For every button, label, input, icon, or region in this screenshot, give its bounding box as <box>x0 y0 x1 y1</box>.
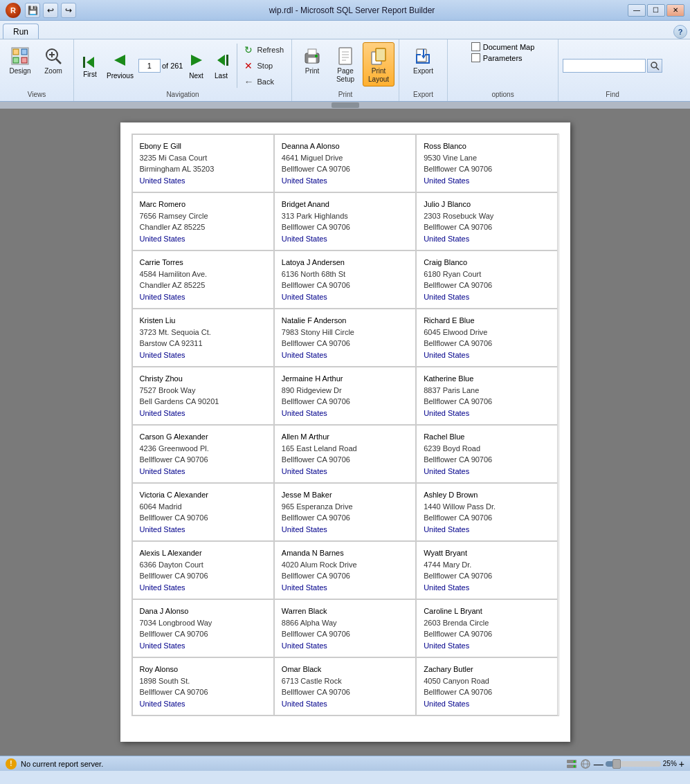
zoom-button[interactable]: Zoom <box>37 42 69 78</box>
page-setup-button[interactable]: Page Setup <box>329 42 361 86</box>
zoom-slider[interactable] <box>606 761 661 767</box>
print-layout-button[interactable]: Print Layout <box>363 42 394 86</box>
find-input[interactable] <box>563 59 646 73</box>
undo-button[interactable]: ↩ <box>43 3 58 18</box>
addr-name: Victoria C Alexander <box>140 489 266 501</box>
stop-button[interactable]: ✕ Stop <box>241 58 288 73</box>
addr-country: United States <box>140 640 266 652</box>
address-cell: Rachel Blue 6239 Boyd Road Bellflower CA… <box>416 425 558 483</box>
document-map-checkbox[interactable] <box>471 42 480 51</box>
scroll-bar-top[interactable] <box>0 102 690 109</box>
save-button[interactable]: 💾 <box>25 3 40 18</box>
addr-street: 7034 Longbrood Way <box>140 617 266 629</box>
ribbon-content: Design Zoom Views <box>0 39 690 101</box>
address-cell: Victoria C Alexander 6064 Madrid Bellflo… <box>132 483 274 541</box>
refresh-button[interactable]: ↻ Refresh <box>241 42 288 57</box>
address-cell: Latoya J Andersen 6136 North 68th St Bel… <box>274 250 416 309</box>
print-button[interactable]: Print <box>296 42 328 78</box>
addr-city: Bellflower CA 90706 <box>424 338 550 349</box>
last-button[interactable]: Last <box>210 50 233 82</box>
first-icon <box>82 54 98 71</box>
refresh-stop-back: ↻ Refresh ✕ Stop ← Back <box>241 42 288 89</box>
addr-country: United States <box>424 524 550 536</box>
tab-row: Run ? <box>0 21 690 39</box>
svg-point-33 <box>573 760 575 763</box>
maximize-button[interactable]: ☐ <box>647 4 665 17</box>
print-group: Print Page Setup <box>292 39 399 101</box>
addr-city: Bellflower CA 90706 <box>282 163 408 175</box>
find-input-wrapper <box>563 59 662 73</box>
addr-city: Bellflower CA 90706 <box>282 628 408 640</box>
addr-country: United States <box>282 466 408 477</box>
last-label: Last <box>215 72 228 80</box>
addr-country: United States <box>140 698 266 710</box>
address-cell: Craig Blanco 6180 Ryan Court Bellflower … <box>416 250 558 309</box>
addr-country: United States <box>282 524 408 536</box>
addr-country: United States <box>424 233 550 245</box>
addr-country: United States <box>424 640 550 652</box>
tab-run[interactable]: Run <box>3 24 39 39</box>
navigation-group: First Previous of 261 <box>74 39 292 101</box>
addr-country: United States <box>282 291 408 303</box>
addr-street: 965 Esperanza Drive <box>282 501 408 513</box>
help-button[interactable]: ? <box>673 25 687 39</box>
addr-country: United States <box>140 466 266 477</box>
addr-street: 4236 Greenwood Pl. <box>140 443 266 455</box>
back-button[interactable]: ← Back <box>241 74 288 89</box>
addr-city: Bellflower CA 90706 <box>424 454 550 466</box>
previous-button[interactable]: Previous <box>103 50 137 82</box>
next-label: Next <box>189 72 203 80</box>
addr-city: Bellflower CA 90706 <box>282 338 408 349</box>
addr-country: United States <box>140 582 266 594</box>
design-button[interactable]: Design <box>4 42 36 78</box>
next-button[interactable]: Next <box>185 50 208 82</box>
redo-button[interactable]: ↪ <box>61 3 76 18</box>
addr-city: Bellflower CA 90706 <box>424 570 550 582</box>
addr-name: Wyatt Bryant <box>424 547 550 559</box>
document-map-label: Document Map <box>483 43 535 51</box>
addr-street: 8837 Paris Lane <box>424 385 550 396</box>
address-cell: Bridget Anand 313 Park Highlands Bellflo… <box>274 192 416 250</box>
status-message: No current report server. <box>21 760 103 768</box>
addr-name: Bridget Anand <box>282 199 408 210</box>
quick-access-toolbar: 💾 ↩ ↪ <box>25 3 76 18</box>
document-map-row[interactable]: Document Map <box>471 42 535 51</box>
close-button[interactable]: ✕ <box>666 4 684 17</box>
find-search-button[interactable] <box>647 59 662 73</box>
addr-name: Caroline L Bryant <box>424 605 550 617</box>
addr-city: Bellflower CA 90706 <box>424 686 550 698</box>
find-label: Find <box>606 91 619 98</box>
zoom-in-button[interactable]: + <box>679 758 684 769</box>
minimize-button[interactable]: — <box>628 4 646 17</box>
window-title: wip.rdl - Microsoft SQL Server Report Bu… <box>269 6 435 15</box>
parameters-row[interactable]: Parameters <box>471 53 523 62</box>
addr-name: Christy Zhou <box>140 373 266 385</box>
svg-marker-13 <box>217 55 225 66</box>
svg-rect-1 <box>13 49 19 55</box>
addr-name: Deanna A Alonso <box>282 140 408 152</box>
first-button[interactable]: First <box>78 52 102 80</box>
window-controls: — ☐ ✕ <box>628 4 684 17</box>
export-group-label: Export <box>413 91 433 98</box>
design-icon <box>9 45 31 67</box>
addr-name: Kristen Liu <box>140 315 266 327</box>
zoom-handle[interactable] <box>612 759 621 769</box>
address-cell: Katherine Blue 8837 Paris Lane Bellflowe… <box>416 367 558 425</box>
navigation-label: Navigation <box>166 91 199 98</box>
svg-rect-19 <box>339 48 352 64</box>
page-input[interactable] <box>138 59 161 73</box>
addr-name: Dana J Alonso <box>140 605 266 617</box>
addr-city: Bellflower CA 90706 <box>424 628 550 640</box>
export-icon <box>412 45 435 67</box>
export-button[interactable]: Export <box>408 42 439 78</box>
addr-city: Chandler AZ 85225 <box>140 280 266 291</box>
svg-marker-10 <box>87 57 94 68</box>
separator <box>237 44 237 88</box>
addr-name: Marc Romero <box>140 199 266 210</box>
address-cell: Jermaine H Arthur 890 Ridgeview Dr Bellf… <box>274 367 416 425</box>
address-cell: Dana J Alonso 7034 Longbrood Way Bellflo… <box>132 599 274 657</box>
print-icon <box>301 45 323 67</box>
zoom-out-button[interactable]: — <box>594 758 603 769</box>
parameters-checkbox[interactable] <box>471 53 480 62</box>
addr-city: Bellflower CA 90706 <box>282 280 408 291</box>
